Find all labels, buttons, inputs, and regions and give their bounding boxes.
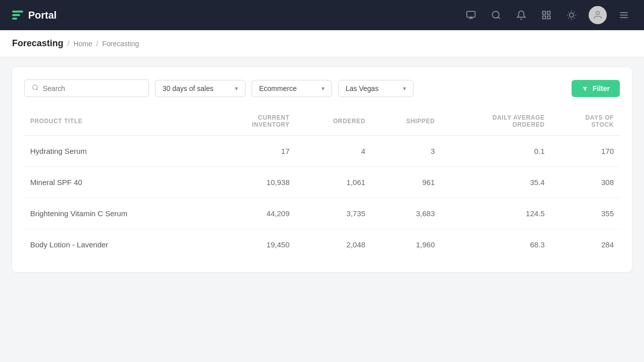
table-row: Mineral SPF 40 10,938 1,061 961 35.4 308 [24, 167, 620, 198]
avatar[interactable] [589, 6, 607, 24]
cell-shipped: 3 [371, 136, 441, 167]
col-shipped: SHIPPED [371, 109, 441, 136]
cell-daily-avg: 35.4 [441, 167, 550, 198]
col-days-of-stock: DAYS OFSTOCK [551, 109, 620, 136]
cell-days-stock: 308 [551, 167, 620, 198]
grid-icon[interactable] [538, 7, 554, 23]
svg-point-2 [493, 12, 499, 18]
svg-rect-0 [467, 12, 475, 18]
svg-line-11 [569, 12, 569, 13]
cell-days-stock: 355 [551, 198, 620, 229]
table-header: PRODUCT TITLE CURRENTINVENTORY ORDERED S… [24, 109, 620, 136]
breadcrumb-separator: / [67, 40, 69, 48]
days-dropdown-value: 30 days of sales [163, 84, 213, 93]
cell-ordered: 3,735 [296, 198, 372, 229]
cell-product-title: Body Lotion - Lavender [24, 229, 211, 260]
cell-product-title: Hydrating Serum [24, 136, 211, 167]
breadcrumb-home[interactable]: Home [73, 40, 92, 48]
col-ordered: ORDERED [296, 109, 372, 136]
table-row: Body Lotion - Lavender 19,450 2,048 1,96… [24, 229, 620, 260]
location-dropdown[interactable]: Las Vegas ▾ [338, 80, 414, 97]
cell-inventory: 10,938 [211, 167, 296, 198]
svg-rect-5 [547, 12, 550, 15]
table-row: Hydrating Serum 17 4 3 0.1 170 [24, 136, 620, 167]
col-daily-average: DAILY AVERAGEORDERED [441, 109, 550, 136]
breadcrumb-separator-2: / [96, 40, 98, 48]
cell-shipped: 961 [371, 167, 441, 198]
svg-point-21 [33, 85, 37, 89]
chevron-down-icon: ▾ [235, 85, 238, 92]
cell-product-title: Brightening Vitamin C Serum [24, 198, 211, 229]
cell-inventory: 17 [211, 136, 296, 167]
app-header: Portal [0, 0, 644, 30]
svg-point-8 [570, 13, 574, 17]
col-product-title: PRODUCT TITLE [24, 109, 211, 136]
location-dropdown-value: Las Vegas [346, 84, 378, 93]
main-content: 30 days of sales ▾ Ecommerce ▾ Las Vegas… [0, 57, 644, 282]
forecast-card: 30 days of sales ▾ Ecommerce ▾ Las Vegas… [12, 67, 632, 272]
search-box[interactable] [24, 79, 149, 97]
forecast-table: PRODUCT TITLE CURRENTINVENTORY ORDERED S… [24, 109, 620, 260]
search-icon [32, 84, 39, 93]
cell-days-stock: 170 [551, 136, 620, 167]
logo-icon [12, 11, 23, 20]
menu-icon[interactable] [616, 7, 632, 23]
chevron-down-icon: ▾ [321, 85, 325, 92]
breadcrumb-current: Forecasting [102, 40, 139, 48]
svg-line-22 [37, 89, 38, 90]
filter-label: Filter [593, 84, 610, 93]
cell-ordered: 2,048 [296, 229, 372, 260]
search-icon[interactable] [488, 7, 504, 23]
cell-daily-avg: 0.1 [441, 136, 550, 167]
cell-inventory: 44,209 [211, 198, 296, 229]
svg-line-16 [574, 12, 575, 13]
cell-ordered: 1,061 [296, 167, 372, 198]
svg-rect-6 [543, 16, 546, 19]
cell-daily-avg: 124.5 [441, 198, 550, 229]
cell-days-stock: 284 [551, 229, 620, 260]
cell-daily-avg: 68.3 [441, 229, 550, 260]
channel-dropdown-value: Ecommerce [259, 84, 297, 93]
col-current-inventory: CURRENTINVENTORY [211, 109, 296, 136]
svg-point-17 [596, 12, 600, 15]
svg-line-3 [498, 17, 500, 19]
filter-icon: ▼ [582, 84, 589, 93]
cell-product-title: Mineral SPF 40 [24, 167, 211, 198]
channel-dropdown[interactable]: Ecommerce ▾ [252, 80, 332, 97]
header-icons [463, 6, 632, 24]
svg-line-12 [574, 18, 575, 18]
toolbar: 30 days of sales ▾ Ecommerce ▾ Las Vegas… [24, 79, 620, 97]
page-title: Forecasting [12, 38, 63, 49]
filter-button[interactable]: ▼ Filter [572, 80, 620, 97]
search-input[interactable] [43, 84, 141, 93]
logo-text: Portal [28, 10, 57, 21]
bell-icon[interactable] [513, 7, 529, 23]
logo[interactable]: Portal [12, 10, 57, 21]
svg-rect-7 [547, 16, 550, 19]
cell-inventory: 19,450 [211, 229, 296, 260]
days-dropdown[interactable]: 30 days of sales ▾ [155, 80, 246, 97]
breadcrumb: Forecasting / Home / Forecasting [0, 30, 644, 57]
chevron-down-icon: ▾ [403, 85, 406, 92]
sun-icon[interactable] [564, 7, 580, 23]
inbox-icon[interactable] [463, 7, 479, 23]
svg-line-15 [569, 18, 569, 18]
cell-shipped: 3,683 [371, 198, 441, 229]
cell-shipped: 1,960 [371, 229, 441, 260]
svg-rect-4 [543, 12, 546, 15]
table-row: Brightening Vitamin C Serum 44,209 3,735… [24, 198, 620, 229]
table-body: Hydrating Serum 17 4 3 0.1 170 Mineral S… [24, 136, 620, 260]
cell-ordered: 4 [296, 136, 372, 167]
